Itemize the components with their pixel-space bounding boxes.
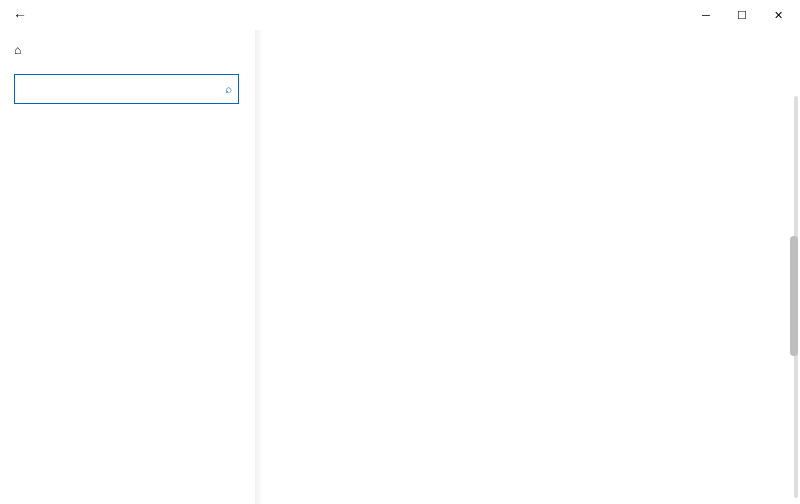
scrollbar-track[interactable] bbox=[794, 96, 798, 498]
sidebar: ⌂ ⌕ bbox=[0, 30, 253, 504]
minimize-button[interactable]: ─ bbox=[688, 1, 724, 29]
titlebar: ← ─ ☐ ✕ bbox=[0, 0, 800, 30]
sidebar-category bbox=[0, 118, 253, 136]
close-button[interactable]: ✕ bbox=[760, 1, 796, 29]
maximize-button[interactable]: ☐ bbox=[724, 1, 760, 29]
search-box[interactable]: ⌕ bbox=[14, 74, 239, 104]
search-input[interactable] bbox=[21, 82, 225, 96]
sidebar-home[interactable]: ⌂ bbox=[0, 34, 253, 66]
home-icon: ⌂ bbox=[14, 43, 32, 57]
scrollbar-thumb[interactable] bbox=[790, 236, 798, 356]
content bbox=[253, 30, 800, 504]
search-icon: ⌕ bbox=[225, 82, 232, 96]
back-button[interactable]: ← bbox=[8, 7, 32, 23]
